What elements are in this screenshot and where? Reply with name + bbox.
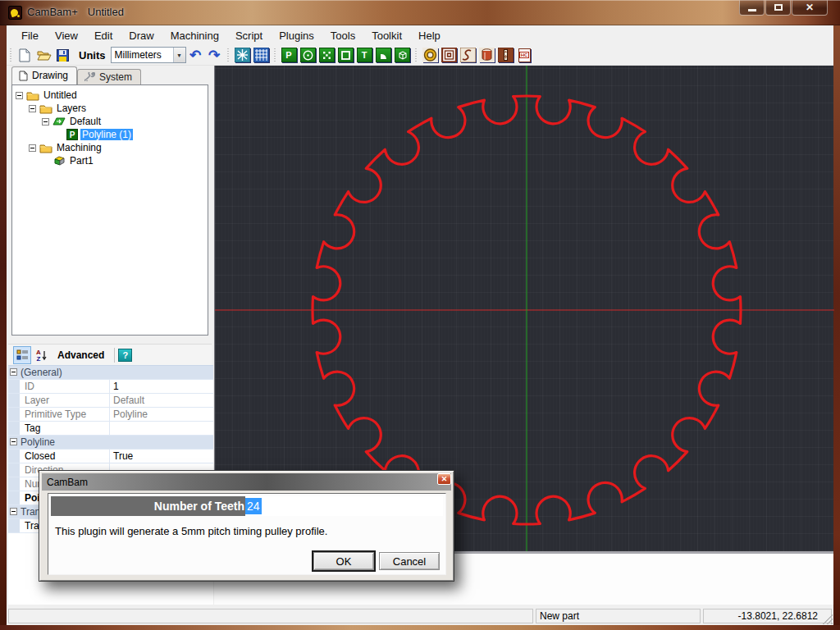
close-button[interactable]: ✕ (792, 0, 828, 16)
tab-drawing[interactable]: Drawing (11, 66, 77, 84)
axes-toggle-button[interactable] (233, 46, 252, 64)
window-title: CamBam+Untitled (27, 6, 124, 18)
layer-icon (52, 116, 66, 126)
machine-pocket-button[interactable] (440, 46, 459, 64)
draw-polyline-button[interactable]: P (280, 46, 299, 64)
cambam-dialog: CamBam ✕ Number of Teeth 24 This plugin … (39, 470, 454, 582)
draw-rectangle-button[interactable] (336, 46, 355, 64)
drawing-tab-icon (19, 71, 28, 81)
menu-machining[interactable]: Machining (162, 27, 227, 44)
app-logo-icon (8, 6, 22, 20)
draw-arc-button[interactable] (374, 46, 393, 64)
property-section[interactable]: Polyline (8, 436, 213, 450)
prompt-label-bar: Number of Teeth (51, 496, 245, 516)
open-file-button[interactable] (34, 46, 53, 64)
resize-grip[interactable] (822, 614, 833, 624)
polyline-icon: P (66, 129, 78, 140)
dialog-title-bar[interactable]: CamBam (42, 473, 451, 491)
toolbar-grip[interactable] (414, 48, 418, 62)
collapse-toggle[interactable] (10, 368, 17, 376)
draw-surface-button[interactable] (393, 46, 412, 64)
machine-profile-icon (422, 48, 438, 62)
teeth-input-value: 24 (245, 498, 262, 514)
menu-toolkit[interactable]: Toolkit (363, 27, 410, 44)
status-bar: New part -13.8021, 22.6812 (7, 607, 833, 625)
svg-text:Z: Z (37, 355, 41, 362)
tree-item-default-layer[interactable]: Default (14, 115, 206, 128)
draw-circle-button[interactable] (299, 46, 317, 64)
combo-dropdown-button[interactable]: ▼ (173, 48, 185, 62)
property-row[interactable]: Primitive TypePolyline (8, 408, 213, 422)
advanced-button[interactable]: Advanced (57, 349, 104, 361)
categorized-view-icon (16, 349, 29, 361)
menu-draw[interactable]: Draw (121, 27, 162, 44)
collapse-toggle[interactable] (29, 144, 36, 152)
status-panel-empty (8, 609, 533, 623)
tree-item-polyline[interactable]: P Polyline (1) (14, 128, 206, 141)
machine-slot-icon (498, 48, 514, 62)
menu-help[interactable]: Help (410, 27, 449, 44)
undo-button[interactable]: ↶ (186, 46, 205, 64)
toolbar-grip[interactable] (9, 48, 13, 62)
property-row[interactable]: Tag (8, 422, 213, 436)
save-file-button[interactable] (53, 46, 72, 64)
collapse-toggle[interactable] (29, 105, 36, 112)
tree-item-label: Polyline (1) (80, 129, 133, 140)
categorized-view-button[interactable] (13, 346, 31, 364)
grid-icon (253, 48, 269, 62)
property-section[interactable]: (General) (8, 366, 213, 380)
draw-points-button[interactable] (317, 46, 336, 64)
toolbar-grip[interactable] (226, 48, 231, 62)
tree-item-machining[interactable]: Machining (14, 141, 206, 154)
window-border-bottom (0, 625, 840, 630)
menu-edit[interactable]: Edit (86, 27, 121, 44)
property-row[interactable]: ID1 (8, 380, 213, 394)
new-file-button[interactable] (16, 46, 34, 64)
maximize-button[interactable] (765, 0, 791, 16)
grid-toggle-button[interactable] (252, 46, 271, 64)
alphabetical-sort-button[interactable]: AZ (33, 346, 51, 364)
alphabetical-sort-icon: AZ (35, 349, 48, 362)
dialog-close-button[interactable]: ✕ (437, 473, 451, 485)
property-row[interactable]: LayerDefault (8, 394, 213, 408)
collapse-toggle[interactable] (16, 92, 23, 99)
menu-script[interactable]: Script (227, 27, 271, 44)
redo-button[interactable]: ↷ (205, 46, 224, 64)
collapse-toggle[interactable] (42, 118, 49, 126)
tab-system[interactable]: System (77, 69, 141, 84)
draw-text-button[interactable]: T (355, 46, 374, 64)
title-bar[interactable]: CamBam+Untitled ✕ (0, 0, 840, 25)
menu-plugins[interactable]: Plugins (271, 27, 322, 44)
tree-item-label: Untitled (42, 89, 79, 101)
system-tab-icon (84, 72, 95, 81)
help-button[interactable]: ? (118, 349, 132, 362)
dialog-body: Number of Teeth 24 This plugin will gene… (48, 493, 446, 575)
machine-profile-button[interactable] (421, 46, 440, 64)
machine-slot-button[interactable] (496, 46, 515, 64)
minimize-button[interactable] (739, 0, 765, 16)
teeth-input[interactable]: 24 (245, 496, 443, 516)
gcode-file-button[interactable]: HC (515, 46, 534, 64)
toolbar-grip[interactable] (273, 48, 277, 62)
gcode-file-icon: HC (518, 48, 531, 62)
draw-points-icon (319, 48, 335, 62)
cancel-button[interactable]: Cancel (379, 552, 440, 570)
menu-file[interactable]: File (13, 27, 47, 44)
sidebar-tabs: Drawing System (11, 66, 141, 84)
property-row[interactable]: ClosedTrue (8, 450, 213, 463)
close-icon: ✕ (806, 2, 814, 12)
menu-tools[interactable]: Tools (322, 27, 363, 44)
tree-item-part1[interactable]: Part1 (14, 154, 206, 167)
collapse-toggle[interactable] (10, 438, 17, 445)
machine-engrave-icon (460, 48, 476, 62)
ok-button[interactable]: OK (313, 552, 374, 570)
menu-view[interactable]: View (47, 27, 86, 44)
units-combobox[interactable]: Millimeters ▼ (111, 47, 186, 63)
prompt-label: Number of Teeth (154, 500, 245, 513)
properties-toolbar: AZ Advanced ? (8, 344, 212, 365)
machine-drill-button[interactable] (477, 46, 496, 64)
collapse-toggle[interactable] (10, 508, 17, 515)
tree-item-layers[interactable]: Layers (14, 102, 206, 115)
tree-item-untitled[interactable]: Untitled (14, 89, 206, 102)
machine-engrave-button[interactable] (459, 46, 477, 64)
